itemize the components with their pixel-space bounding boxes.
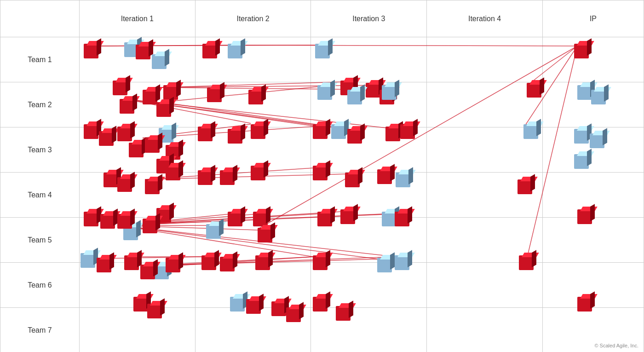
team1-label: Team 1 [0, 37, 80, 82]
card-blue-89 [590, 133, 604, 148]
card-red-51 [255, 255, 270, 270]
card-blue-86 [577, 85, 592, 100]
team7-iter1 [79, 308, 195, 352]
card-red-83 [518, 179, 532, 194]
card-blue-56 [315, 44, 330, 58]
card-red-44 [251, 166, 265, 180]
card-red-4 [113, 81, 127, 95]
card-red-84 [519, 255, 534, 270]
card-blue-77 [377, 258, 392, 272]
team6-label: Team 6 [0, 263, 80, 308]
card-red-26 [143, 219, 157, 233]
card-red-21 [84, 212, 98, 226]
card-red-43 [220, 170, 235, 185]
card-red-10 [99, 131, 114, 146]
card-red-22 [100, 214, 115, 229]
card-red-42 [198, 170, 213, 185]
card-red-65 [347, 129, 362, 144]
card-red-59 [366, 83, 380, 98]
team7-iter3 [311, 308, 427, 352]
card-red-66 [385, 127, 400, 141]
card-blue-78 [395, 255, 409, 270]
card-red-39 [198, 127, 213, 141]
card-red-47 [253, 212, 268, 226]
card-red-37 [207, 87, 222, 102]
card-blue-71 [396, 173, 410, 187]
card-red-91 [577, 209, 592, 224]
card-blue-45 [206, 224, 221, 239]
card-red-50 [220, 257, 235, 271]
chart-container: Iteration 1 Iteration 2 Iteration 3 Iter… [0, 0, 644, 352]
card-red-53 [246, 299, 261, 314]
card-red-19 [145, 179, 160, 194]
card-red-28 [97, 258, 111, 272]
card-blue-88 [574, 129, 589, 144]
card-blue-58 [317, 85, 332, 100]
card-red-20 [166, 166, 180, 180]
card-red-72 [317, 212, 332, 226]
card-blue-2 [152, 54, 167, 69]
card-red-34 [147, 304, 162, 318]
card-blue-64 [331, 124, 346, 139]
team4-label: Team 4 [0, 173, 80, 218]
card-red-55 [286, 307, 301, 322]
card-blue-52 [230, 297, 245, 312]
card-red-79 [313, 297, 328, 312]
card-blue-90 [574, 154, 589, 169]
col-header-iter2: Iteration 2 [195, 0, 311, 37]
card-red-7 [120, 99, 134, 114]
card-red-14 [145, 138, 160, 153]
card-red-6 [163, 85, 178, 100]
card-red-54 [271, 301, 286, 316]
card-red-73 [340, 209, 355, 224]
card-blue-62 [382, 85, 397, 100]
team2-label: Team 2 [0, 82, 80, 127]
card-red-9 [84, 124, 98, 139]
card-red-0 [84, 44, 98, 58]
card-red-69 [345, 173, 360, 187]
team7-label: Team 7 [0, 308, 80, 352]
team1-ip [542, 37, 644, 82]
card-red-63 [313, 124, 328, 139]
card-red-41 [251, 124, 265, 139]
card-red-46 [228, 212, 242, 226]
card-red-85 [574, 44, 589, 58]
col-header-team [0, 0, 80, 37]
card-red-3 [136, 45, 150, 59]
card-red-35 [202, 44, 217, 58]
team3-label: Team 3 [0, 127, 80, 173]
card-red-17 [104, 173, 118, 187]
card-red-76 [313, 255, 328, 270]
card-red-24 [117, 214, 132, 229]
col-header-ip: IP [542, 0, 644, 37]
col-header-iter4: Iteration 4 [427, 0, 543, 37]
card-red-31 [140, 265, 155, 279]
card-red-68 [313, 166, 328, 180]
team7-iter4 [427, 308, 543, 352]
card-blue-60 [347, 90, 362, 104]
card-red-70 [377, 169, 392, 184]
card-red-29 [124, 255, 139, 270]
card-red-38 [248, 90, 263, 104]
team2-iter4 [427, 82, 543, 127]
card-red-80 [336, 306, 351, 321]
card-red-67 [400, 124, 415, 139]
card-red-8 [156, 102, 171, 117]
card-blue-81 [523, 124, 538, 139]
col-header-iter1: Iteration 1 [79, 0, 195, 37]
card-red-75 [395, 212, 409, 226]
card-blue-36 [228, 44, 242, 58]
col-header-iter3: Iteration 3 [311, 0, 427, 37]
card-blue-27 [80, 253, 95, 268]
team1-iter4 [427, 37, 543, 82]
card-red-32 [166, 258, 180, 272]
card-red-5 [143, 90, 157, 104]
card-red-48 [258, 228, 272, 242]
card-red-18 [117, 177, 132, 192]
card-blue-87 [591, 90, 606, 104]
card-red-33 [133, 297, 148, 312]
team5-label: Team 5 [0, 218, 80, 263]
card-red-82 [527, 83, 541, 98]
card-red-11 [117, 127, 132, 141]
card-red-40 [228, 129, 242, 144]
